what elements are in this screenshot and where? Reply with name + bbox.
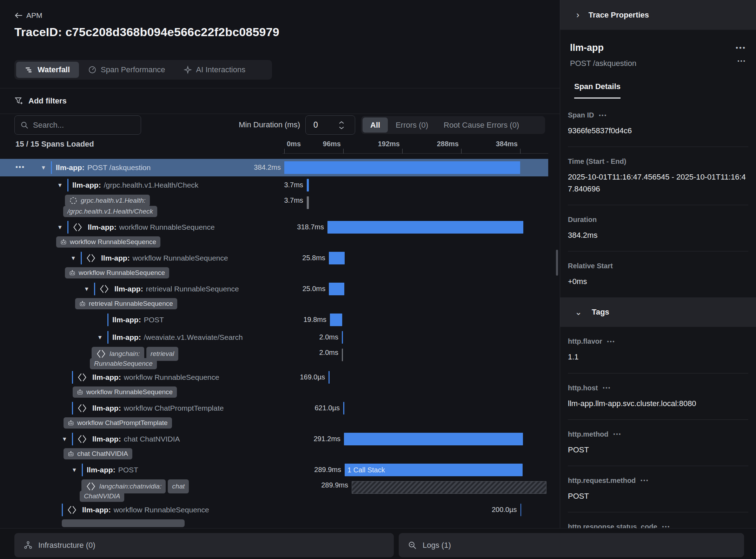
span-bar[interactable] — [520, 504, 522, 516]
langchain-icon — [77, 372, 87, 383]
waterfall-row[interactable]: ▾llm-app:POST289.9ms1 Call Stack — [0, 461, 548, 479]
waterfall-row[interactable]: llm-app:POST19.8ms — [0, 311, 548, 329]
resource-chip[interactable]: workflow RunnableSequence — [73, 386, 177, 398]
detail-field: http.method•••POST — [568, 420, 748, 466]
span-bar[interactable] — [329, 283, 344, 295]
expand-caret-icon[interactable]: ▾ — [58, 218, 62, 236]
expand-caret-icon[interactable]: ▾ — [72, 249, 75, 267]
add-filters-button[interactable]: Add filters — [14, 93, 67, 109]
waterfall-row[interactable]: retrieval RunnableSequence — [0, 298, 548, 311]
resource-chip[interactable] — [62, 519, 185, 527]
resource-chip[interactable]: chat ChatNVIDIA — [64, 448, 132, 459]
infrastructure-icon — [24, 541, 33, 550]
waterfall-row[interactable]: workflow RunnableSequence — [0, 267, 548, 280]
span-duration: 19.8ms — [303, 316, 326, 324]
resource-chip[interactable]: RunnableSequence — [90, 358, 157, 369]
waterfall-row[interactable]: ▾llm-app:chat ChatNVIDIA291.2ms — [0, 430, 548, 448]
waterfall-row[interactable]: workflow ChatPromptTemplate — [0, 417, 548, 430]
waterfall-row[interactable]: grpc.health.v1.Health:/grpc.health.v1.He… — [0, 194, 548, 218]
waterfall-row[interactable] — [0, 519, 548, 523]
expand-caret-icon[interactable]: ▾ — [98, 329, 102, 346]
waterfall-row[interactable]: llm-app:workflow RunnableSequence200.0µs — [0, 501, 548, 519]
waterfall-row[interactable]: chat ChatNVIDIA — [0, 448, 548, 461]
span-color-bar — [67, 221, 68, 234]
tab-waterfall[interactable]: Waterfall — [16, 62, 79, 78]
waterfall-row[interactable]: workflow RunnableSequence — [0, 236, 548, 249]
expand-caret-icon[interactable]: ▾ — [63, 430, 66, 448]
expand-caret-icon[interactable]: ▾ — [42, 159, 45, 176]
span-bar[interactable]: 1 Call Stack — [345, 464, 523, 476]
resource-chip[interactable]: ChatNVIDIA — [80, 491, 124, 502]
waterfall-scrollbar[interactable] — [556, 250, 558, 276]
timeline-tick-label: 192ms — [378, 140, 400, 148]
span-bar[interactable] — [342, 331, 343, 344]
segment-errors[interactable]: Errors (0) — [388, 117, 436, 133]
resource-chip[interactable]: workflow RunnableSequence — [56, 236, 160, 248]
tab-ai-interactions[interactable]: AI Interactions — [174, 62, 255, 78]
infrastructure-label: Infrastructure (0) — [38, 541, 95, 550]
agent-icon — [69, 270, 75, 276]
tab-span-performance[interactable]: Span Performance — [79, 62, 174, 78]
langchain-icon — [77, 434, 87, 444]
logs-button[interactable]: Logs (1) — [399, 533, 744, 557]
waterfall-row[interactable]: langchain:chatnvidia:chatChatNVIDIA289.9… — [0, 479, 548, 501]
tab-span-details[interactable]: Span Details — [574, 82, 621, 99]
service-menu-icon[interactable]: ••• — [736, 44, 746, 52]
tags-section-header[interactable]: ⌄Tags — [560, 297, 756, 327]
expand-caret-icon[interactable]: ▾ — [85, 280, 88, 298]
row-menu-icon[interactable]: ••• — [15, 163, 25, 171]
timeline-tick — [461, 149, 462, 154]
span-bar[interactable] — [327, 221, 523, 234]
span-bar[interactable] — [329, 371, 330, 384]
span-bar[interactable] — [344, 433, 523, 445]
logs-icon — [408, 541, 417, 550]
waterfall-row[interactable]: ▾llm-app:/weaviate.v1.Weaviate/Search2.0… — [0, 329, 548, 346]
waterfall-row[interactable]: ▾llm-app:workflow RunnableSequence318.7m… — [0, 218, 548, 236]
field-menu-icon[interactable]: ••• — [607, 339, 616, 344]
resource-menu-icon[interactable]: ••• — [737, 58, 746, 64]
resource-chip[interactable]: workflow ChatPromptTemplate — [64, 417, 172, 429]
waterfall-row-selected[interactable]: •••▾llm-app:POST /askquestion384.2ms — [0, 159, 548, 176]
waterfall-row[interactable]: ▾llm-app:retrieval RunnableSequence25.0m… — [0, 280, 548, 298]
resource-chip[interactable]: chat — [168, 479, 189, 493]
search-input[interactable] — [33, 121, 135, 130]
field-menu-icon[interactable]: ••• — [599, 113, 607, 118]
field-menu-icon[interactable]: ••• — [641, 478, 649, 483]
waterfall-row[interactable]: langchain:retrievalRunnableSequence2.0ms — [0, 346, 548, 369]
segment-all[interactable]: All — [363, 117, 388, 133]
field-label: Relative Start — [568, 262, 613, 270]
expand-caret-icon[interactable]: ▾ — [58, 176, 62, 194]
min-duration-stepper[interactable] — [339, 121, 344, 129]
span-bar[interactable] — [343, 402, 344, 415]
resource-chip[interactable]: workflow RunnableSequence — [65, 267, 169, 278]
langchain-icon — [99, 284, 110, 294]
span-bar[interactable] — [307, 196, 309, 209]
field-menu-icon[interactable]: ••• — [603, 385, 611, 391]
span-bar[interactable] — [352, 481, 546, 494]
divider — [0, 88, 560, 88]
resource-chip[interactable]: /grpc.health.v1.Health/Check — [63, 206, 157, 217]
resource-chip[interactable]: grpc.health.v1.Health: — [65, 195, 150, 207]
segment-root-cause-errors[interactable]: Root Cause Errors (0) — [436, 117, 527, 133]
waterfall-row[interactable]: llm-app:workflow ChatPromptTemplate621.0… — [0, 399, 548, 417]
back-link[interactable]: APM — [14, 11, 42, 20]
collapse-panel-icon[interactable]: › — [576, 9, 579, 20]
span-name: llm-app:workflow RunnableSequence — [82, 501, 209, 519]
span-bar[interactable] — [329, 252, 345, 264]
span-color-bar — [82, 464, 83, 476]
waterfall-row[interactable]: llm-app:workflow RunnableSequence169.0µs — [0, 369, 548, 386]
span-bar[interactable] — [284, 161, 520, 174]
span-bar[interactable] — [307, 179, 309, 191]
min-duration-input[interactable] — [306, 120, 337, 130]
agent-icon — [60, 239, 67, 245]
expand-caret-icon[interactable]: ▾ — [73, 461, 76, 479]
waterfall-row[interactable]: ▾llm-app:workflow RunnableSequence25.8ms — [0, 249, 548, 267]
field-menu-icon[interactable]: ••• — [614, 431, 622, 437]
field-label: Duration — [568, 216, 597, 224]
span-bar[interactable] — [342, 349, 343, 361]
resource-chip[interactable]: retrieval RunnableSequence — [75, 298, 177, 309]
waterfall-row[interactable]: workflow RunnableSequence — [0, 386, 548, 399]
span-bar[interactable] — [330, 314, 342, 326]
waterfall-row[interactable]: ▾llm-app:/grpc.health.v1.Health/Check3.7… — [0, 176, 548, 194]
infrastructure-button[interactable]: Infrastructure (0) — [14, 533, 394, 557]
